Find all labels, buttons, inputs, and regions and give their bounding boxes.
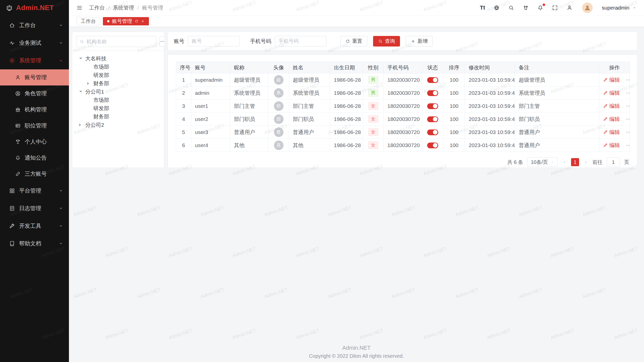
reset-button[interactable]: 重置	[340, 36, 367, 47]
footer-copyright: Copyright © 2022 Dilon All rights reserv…	[69, 353, 644, 359]
sidebar-subitem-label: 三方账号	[25, 170, 47, 178]
tab-item[interactable]: 工作台	[76, 17, 100, 25]
theme-icon[interactable]	[523, 5, 529, 11]
row-more-button[interactable]	[625, 130, 630, 135]
gender-badge: 男	[368, 89, 378, 97]
org-search-input[interactable]	[87, 39, 153, 44]
goto-page-input[interactable]	[607, 157, 620, 167]
sidebar-item[interactable]: 平台管理	[0, 182, 69, 200]
cell-phone: 18020030720	[384, 100, 422, 113]
cell-modified: 2023-01-03 10:59:44	[465, 126, 515, 139]
sidebar-item[interactable]: 日志管理	[0, 200, 69, 217]
row-more-button[interactable]	[625, 77, 630, 82]
cell-modified: 2023-01-03 10:59:44	[465, 73, 515, 86]
notifications-button[interactable]	[537, 5, 543, 11]
column-header: 姓名	[289, 62, 330, 73]
next-page-button[interactable]	[583, 160, 588, 165]
sidebar-subitem[interactable]: 账号管理	[0, 69, 69, 85]
row-more-button[interactable]	[625, 90, 630, 96]
tree-node[interactable]: 分公司1	[76, 87, 160, 96]
sidebar-subitem[interactable]: 个人中心	[0, 134, 69, 150]
plus-icon	[411, 39, 415, 43]
tree-node[interactable]: 分公司2	[76, 121, 160, 129]
add-button[interactable]: 新增	[406, 36, 433, 47]
edit-button[interactable]: 编辑	[603, 129, 620, 136]
column-header: 备注	[515, 62, 599, 73]
tree-node[interactable]: 财务部	[76, 112, 160, 121]
caret-down-icon[interactable]	[79, 58, 85, 59]
tree-node[interactable]: 研发部	[76, 71, 160, 79]
row-more-button[interactable]	[625, 117, 630, 122]
tree-node[interactable]: 市场部	[76, 63, 160, 71]
breadcrumb-item[interactable]: 账号管理	[142, 4, 163, 11]
edit-button[interactable]: 编辑	[603, 116, 620, 123]
user-avatar-badge: 部	[274, 101, 284, 111]
search-button[interactable]: 查询	[373, 36, 400, 47]
breadcrumb-item[interactable]: 工作台	[89, 4, 105, 11]
tree-node[interactable]: 市场部	[76, 96, 160, 104]
edit-button[interactable]: 编辑	[603, 76, 620, 83]
row-more-button[interactable]	[625, 104, 630, 109]
sidebar-item[interactable]: 开发工具	[0, 217, 69, 235]
chevron-down-icon[interactable]	[632, 6, 636, 10]
caret-right-icon[interactable]	[87, 82, 93, 85]
sidebar-subitem[interactable]: 职位管理	[0, 118, 69, 134]
username[interactable]: superadmin	[602, 5, 629, 11]
status-toggle[interactable]	[427, 77, 438, 83]
language-icon[interactable]	[494, 5, 500, 11]
status-toggle[interactable]	[427, 90, 438, 96]
edit-button[interactable]: 编辑	[603, 142, 620, 149]
sidebar-subitem[interactable]: 机构管理	[0, 102, 69, 118]
sidebar-item[interactable]: 工作台	[0, 17, 69, 34]
sidebar-item[interactable]: 业务测试	[0, 34, 69, 52]
caret-down-icon[interactable]	[79, 91, 85, 93]
status-toggle[interactable]	[427, 103, 438, 109]
avatar-person-icon	[584, 4, 591, 12]
logo[interactable]: Admin.NET	[0, 0, 69, 16]
breadcrumb-item[interactable]: 系统管理	[113, 4, 134, 11]
sidebar-item[interactable]: 帮助文档	[0, 235, 69, 252]
edit-button[interactable]: 编辑	[603, 89, 620, 97]
cell-account: user4	[191, 139, 230, 152]
page-footer: Admin.NET Copyright © 2022 Dilon All rig…	[69, 345, 644, 359]
prev-page-button[interactable]	[562, 160, 567, 165]
page-size-select[interactable]: 10条/页	[527, 157, 558, 167]
search-icon[interactable]	[508, 5, 514, 11]
tab-item[interactable]: 账号管理	[103, 17, 149, 25]
cell-action: 编辑	[599, 113, 630, 126]
tree-node[interactable]: 财务部	[76, 79, 160, 87]
avatar[interactable]	[582, 3, 593, 13]
sidebar-subitem[interactable]: 三方账号	[0, 166, 69, 182]
org-icon	[15, 107, 21, 112]
menu-collapse-icon[interactable]	[76, 5, 83, 11]
status-toggle[interactable]	[427, 116, 438, 122]
font-size-icon[interactable]: Tt	[480, 5, 485, 11]
user-icon[interactable]	[567, 5, 573, 11]
cell-status	[422, 113, 444, 126]
sidebar-item[interactable]: 系统管理	[0, 52, 69, 69]
phone-input[interactable]	[275, 36, 327, 47]
org-more-button[interactable]	[159, 36, 165, 47]
tree-node[interactable]: 大名科技	[76, 54, 160, 63]
fullscreen-icon[interactable]	[552, 5, 558, 11]
status-toggle[interactable]	[427, 129, 438, 135]
cell-remark: 普通用户	[515, 139, 599, 152]
top-header: 工作台/系统管理/账号管理 Tt superadmin	[69, 0, 644, 16]
sidebar-subitem[interactable]: 通知公告	[0, 150, 69, 166]
sidebar-subitem-label: 职位管理	[25, 122, 47, 129]
tree-node[interactable]: 研发部	[76, 104, 160, 112]
notification-badge	[543, 4, 545, 6]
caret-right-icon[interactable]	[79, 123, 85, 126]
row-more-button[interactable]	[625, 143, 630, 148]
sidebar-subitem[interactable]: 角色管理	[0, 85, 69, 102]
cell-name: 其他	[289, 139, 330, 152]
cell-sort: 100	[444, 73, 465, 86]
status-toggle[interactable]	[427, 143, 438, 148]
user-avatar-badge: 系	[274, 88, 284, 98]
current-page[interactable]: 1	[571, 158, 579, 166]
sidebar-nav: 工作台业务测试系统管理账号管理角色管理机构管理职位管理个人中心通知公告三方账号平…	[0, 16, 69, 362]
cell-nickname: 普通用户	[230, 126, 268, 139]
cell-sort: 100	[444, 113, 465, 126]
edit-button[interactable]: 编辑	[603, 103, 620, 110]
account-input[interactable]	[188, 36, 240, 47]
